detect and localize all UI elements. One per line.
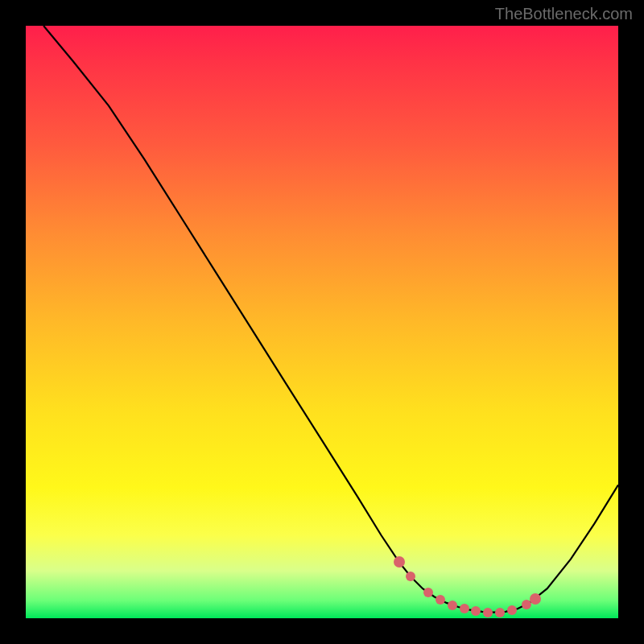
marker-dot xyxy=(507,605,517,615)
marker-dot xyxy=(406,572,415,581)
marker-dot xyxy=(495,608,505,617)
marker-dot xyxy=(394,556,405,568)
marker-dots xyxy=(26,26,618,618)
marker-dot xyxy=(448,601,457,610)
marker-dot xyxy=(530,593,541,605)
watermark-text: TheBottleneck.com xyxy=(495,5,633,23)
marker-dot xyxy=(423,588,433,597)
marker-dot xyxy=(460,604,469,613)
marker-dot xyxy=(483,608,493,617)
marker-dot xyxy=(471,606,481,616)
plot-area xyxy=(26,26,618,618)
marker-dot xyxy=(436,595,445,605)
